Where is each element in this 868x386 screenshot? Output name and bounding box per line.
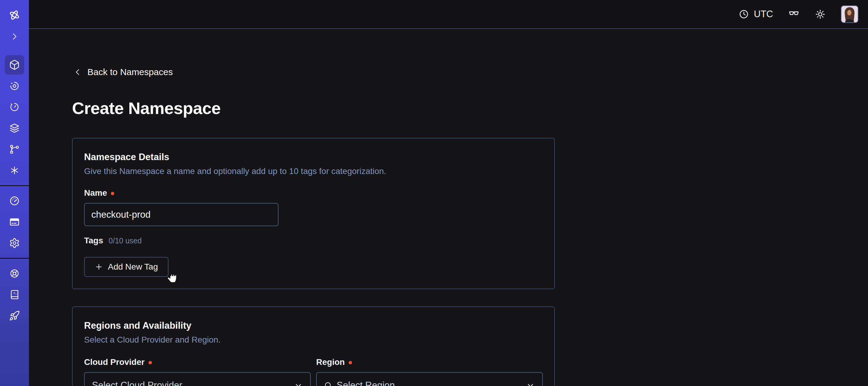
chevron-right-icon xyxy=(10,32,19,41)
required-dot xyxy=(149,361,152,364)
workflows-spiral-icon xyxy=(9,81,20,91)
regions-availability-card: Regions and Availability Select a Cloud … xyxy=(72,306,555,386)
avatar-image xyxy=(841,6,858,22)
chevron-left-icon xyxy=(73,68,82,76)
cloud-provider-label: Cloud Provider xyxy=(84,357,311,367)
namespace-name-input[interactable] xyxy=(84,203,278,226)
sidebar-item-usage[interactable] xyxy=(0,190,29,211)
active-item-highlight xyxy=(5,55,24,75)
sidebar-item-support[interactable] xyxy=(0,263,29,284)
region-placeholder: Select Region xyxy=(337,380,395,386)
sidebar-item-docs[interactable] xyxy=(0,284,29,305)
sidebar-item-settings[interactable] xyxy=(0,233,29,254)
tags-row: Tags 0/10 used xyxy=(84,236,543,245)
card-subtitle: Give this Namespace a name and optionall… xyxy=(84,167,543,176)
sidebar-item-getting-started[interactable] xyxy=(0,305,29,326)
support-wheel-icon xyxy=(9,268,20,279)
sidebar-expand-button[interactable] xyxy=(0,26,29,47)
add-new-tag-button[interactable]: Add New Tag xyxy=(84,257,168,277)
rocket-icon xyxy=(9,310,20,321)
chevron-down-icon xyxy=(526,381,535,386)
schedules-timer-icon xyxy=(9,102,20,112)
avatar[interactable] xyxy=(841,5,858,23)
chevron-down-icon xyxy=(294,381,303,386)
timezone-button[interactable]: UTC xyxy=(739,9,773,20)
namespace-details-card: Namespace Details Give this Namespace a … xyxy=(72,138,555,289)
settings-gear-icon xyxy=(9,238,20,248)
add-new-tag-label: Add New Tag xyxy=(108,262,158,272)
card-title: Regions and Availability xyxy=(84,320,543,331)
sidebar-separator xyxy=(0,258,29,259)
sun-icon xyxy=(815,9,826,20)
region-select[interactable]: Select Region xyxy=(316,372,543,386)
region-label: Region xyxy=(316,357,543,367)
card-subtitle: Select a Cloud Provider and Region. xyxy=(84,335,543,345)
batch-branch-icon xyxy=(9,144,20,154)
theme-toggle-button[interactable] xyxy=(815,9,826,20)
billing-card-icon xyxy=(9,216,20,227)
sidebar-item-billing[interactable] xyxy=(0,211,29,233)
sidebar-item-deployments[interactable] xyxy=(0,118,29,139)
temporal-logo-icon xyxy=(8,8,21,22)
nexus-asterisk-icon xyxy=(9,165,20,176)
sidebar-item-schedules[interactable] xyxy=(0,96,29,118)
sidebar-item-nexus[interactable] xyxy=(0,160,29,181)
sidebar-item-batch-operations[interactable] xyxy=(0,139,29,160)
namespaces-cube-icon xyxy=(9,59,20,70)
temporal-logo[interactable] xyxy=(0,4,29,26)
sidebar-separator xyxy=(0,185,29,186)
cloud-provider-placeholder: Select Cloud Provider xyxy=(92,380,182,386)
back-to-namespaces-link[interactable]: Back to Namespaces xyxy=(73,67,173,77)
back-link-label: Back to Namespaces xyxy=(87,67,173,77)
search-icon xyxy=(324,381,333,386)
required-dot xyxy=(349,361,352,364)
card-title: Namespace Details xyxy=(84,152,543,162)
timezone-label: UTC xyxy=(754,9,773,20)
page-title: Create Namespace xyxy=(72,98,221,118)
cursor-pointer-hand xyxy=(164,269,178,285)
deployments-layers-icon xyxy=(9,123,20,133)
usage-gauge-icon xyxy=(9,196,20,206)
glasses-icon xyxy=(788,8,800,20)
clock-icon xyxy=(739,9,749,19)
sidebar-item-namespaces[interactable] xyxy=(0,54,29,76)
tags-label: Tags xyxy=(84,236,103,245)
sidebar-item-workflows[interactable] xyxy=(0,76,29,96)
reader-mode-button[interactable] xyxy=(788,8,800,20)
field-labels-row: Cloud Provider Region xyxy=(84,357,543,367)
selects-row: Select Cloud Provider Select Region xyxy=(84,372,543,386)
sidebar xyxy=(0,0,29,386)
plus-icon xyxy=(95,263,103,271)
name-label: Name xyxy=(84,188,543,198)
topbar: UTC xyxy=(29,0,868,29)
docs-book-icon xyxy=(9,290,20,300)
cloud-provider-select[interactable]: Select Cloud Provider xyxy=(84,372,311,386)
required-dot xyxy=(111,192,114,195)
tags-usage-count: 0/10 used xyxy=(108,236,142,245)
